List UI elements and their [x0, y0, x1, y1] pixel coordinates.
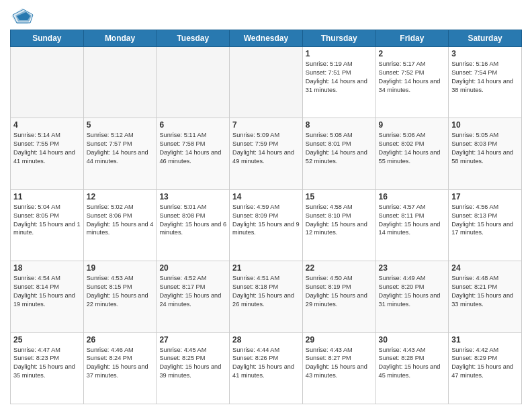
day-info: Sunrise: 4:46 AM Sunset: 8:24 PM Dayligh…	[87, 346, 154, 381]
logo	[10, 7, 37, 26]
calendar-week-1: 1Sunrise: 5:19 AM Sunset: 7:51 PM Daylig…	[11, 47, 522, 118]
day-number: 16	[379, 192, 446, 201]
calendar-cell: 28Sunrise: 4:44 AM Sunset: 8:26 PM Dayli…	[230, 332, 303, 404]
calendar-cell: 9Sunrise: 5:06 AM Sunset: 8:02 PM Daylig…	[375, 118, 449, 189]
day-number: 8	[306, 120, 373, 130]
calendar-cell: 25Sunrise: 4:47 AM Sunset: 8:23 PM Dayli…	[11, 332, 84, 404]
day-number: 25	[13, 335, 81, 345]
day-info: Sunrise: 4:58 AM Sunset: 8:10 PM Dayligh…	[306, 203, 373, 238]
calendar-header-tuesday: Tuesday	[157, 30, 230, 47]
day-number: 27	[159, 335, 226, 345]
calendar-cell: 11Sunrise: 5:04 AM Sunset: 8:05 PM Dayli…	[11, 189, 84, 261]
day-info: Sunrise: 4:47 AM Sunset: 8:23 PM Dayligh…	[13, 346, 81, 381]
calendar-header-monday: Monday	[83, 30, 157, 47]
day-info: Sunrise: 4:59 AM Sunset: 8:09 PM Dayligh…	[232, 203, 300, 238]
day-number: 19	[87, 263, 154, 273]
calendar-cell: 27Sunrise: 4:45 AM Sunset: 8:25 PM Dayli…	[157, 332, 230, 404]
day-info: Sunrise: 5:09 AM Sunset: 7:59 PM Dayligh…	[232, 131, 300, 166]
day-number: 30	[379, 335, 446, 345]
calendar-cell: 21Sunrise: 4:51 AM Sunset: 8:18 PM Dayli…	[230, 261, 303, 332]
day-number: 11	[13, 192, 81, 201]
header	[10, 7, 522, 26]
day-number: 9	[379, 120, 446, 130]
calendar-cell: 19Sunrise: 4:53 AM Sunset: 8:15 PM Dayli…	[83, 261, 157, 332]
day-info: Sunrise: 5:17 AM Sunset: 7:52 PM Dayligh…	[379, 60, 446, 95]
calendar-cell: 17Sunrise: 4:56 AM Sunset: 8:13 PM Dayli…	[449, 189, 522, 261]
calendar-cell: 18Sunrise: 4:54 AM Sunset: 8:14 PM Dayli…	[11, 261, 84, 332]
calendar-cell: 12Sunrise: 5:02 AM Sunset: 8:06 PM Dayli…	[83, 189, 157, 261]
calendar-header-saturday: Saturday	[449, 30, 522, 47]
day-info: Sunrise: 4:49 AM Sunset: 8:20 PM Dayligh…	[379, 274, 446, 309]
day-number: 24	[451, 263, 519, 273]
calendar-header-thursday: Thursday	[302, 30, 375, 47]
day-number: 7	[232, 120, 300, 130]
day-info: Sunrise: 5:16 AM Sunset: 7:54 PM Dayligh…	[451, 60, 519, 95]
day-number: 13	[159, 192, 226, 201]
day-number: 10	[451, 120, 519, 130]
day-number: 12	[87, 192, 154, 201]
calendar-week-2: 4Sunrise: 5:14 AM Sunset: 7:55 PM Daylig…	[11, 118, 522, 189]
day-number: 2	[379, 49, 446, 58]
day-info: Sunrise: 4:48 AM Sunset: 8:21 PM Dayligh…	[451, 274, 519, 309]
calendar-header-friday: Friday	[375, 30, 449, 47]
calendar-cell: 22Sunrise: 4:50 AM Sunset: 8:19 PM Dayli…	[302, 261, 375, 332]
day-info: Sunrise: 4:56 AM Sunset: 8:13 PM Dayligh…	[451, 203, 519, 238]
day-number: 3	[451, 49, 519, 58]
day-info: Sunrise: 5:01 AM Sunset: 8:08 PM Dayligh…	[159, 203, 226, 238]
day-number: 29	[306, 335, 373, 345]
day-info: Sunrise: 5:04 AM Sunset: 8:05 PM Dayligh…	[13, 203, 81, 238]
calendar-cell: 23Sunrise: 4:49 AM Sunset: 8:20 PM Dayli…	[375, 261, 449, 332]
day-info: Sunrise: 5:11 AM Sunset: 7:58 PM Dayligh…	[159, 131, 226, 166]
day-number: 28	[232, 335, 300, 345]
day-number: 15	[306, 192, 373, 201]
day-info: Sunrise: 4:43 AM Sunset: 8:28 PM Dayligh…	[379, 346, 446, 381]
calendar-cell: 2Sunrise: 5:17 AM Sunset: 7:52 PM Daylig…	[375, 47, 449, 118]
day-number: 4	[13, 120, 81, 130]
day-info: Sunrise: 4:54 AM Sunset: 8:14 PM Dayligh…	[13, 274, 81, 309]
calendar-week-5: 25Sunrise: 4:47 AM Sunset: 8:23 PM Dayli…	[11, 332, 522, 404]
day-number: 21	[232, 263, 300, 273]
day-info: Sunrise: 5:19 AM Sunset: 7:51 PM Dayligh…	[306, 60, 373, 95]
day-number: 17	[451, 192, 519, 201]
page: SundayMondayTuesdayWednesdayThursdayFrid…	[0, 0, 532, 411]
calendar-week-4: 18Sunrise: 4:54 AM Sunset: 8:14 PM Dayli…	[11, 261, 522, 332]
calendar-cell: 14Sunrise: 4:59 AM Sunset: 8:09 PM Dayli…	[230, 189, 303, 261]
day-number: 26	[87, 335, 154, 345]
day-info: Sunrise: 4:52 AM Sunset: 8:17 PM Dayligh…	[159, 274, 226, 309]
calendar-cell: 8Sunrise: 5:08 AM Sunset: 8:01 PM Daylig…	[302, 118, 375, 189]
day-number: 5	[87, 120, 154, 130]
calendar-cell	[230, 47, 303, 118]
day-info: Sunrise: 4:42 AM Sunset: 8:29 PM Dayligh…	[451, 346, 519, 381]
day-info: Sunrise: 4:57 AM Sunset: 8:11 PM Dayligh…	[379, 203, 446, 238]
day-info: Sunrise: 4:51 AM Sunset: 8:18 PM Dayligh…	[232, 274, 300, 309]
day-info: Sunrise: 4:50 AM Sunset: 8:19 PM Dayligh…	[306, 274, 373, 309]
calendar-cell: 6Sunrise: 5:11 AM Sunset: 7:58 PM Daylig…	[157, 118, 230, 189]
calendar-cell	[157, 47, 230, 118]
day-number: 22	[306, 263, 373, 273]
day-info: Sunrise: 5:14 AM Sunset: 7:55 PM Dayligh…	[13, 131, 81, 166]
day-info: Sunrise: 4:53 AM Sunset: 8:15 PM Dayligh…	[87, 274, 154, 309]
day-number: 23	[379, 263, 446, 273]
day-info: Sunrise: 4:45 AM Sunset: 8:25 PM Dayligh…	[159, 346, 226, 381]
calendar-cell: 4Sunrise: 5:14 AM Sunset: 7:55 PM Daylig…	[11, 118, 84, 189]
calendar-cell: 3Sunrise: 5:16 AM Sunset: 7:54 PM Daylig…	[449, 47, 522, 118]
day-info: Sunrise: 5:05 AM Sunset: 8:03 PM Dayligh…	[451, 131, 519, 166]
calendar-cell: 16Sunrise: 4:57 AM Sunset: 8:11 PM Dayli…	[375, 189, 449, 261]
day-number: 18	[13, 263, 81, 273]
calendar-cell: 1Sunrise: 5:19 AM Sunset: 7:51 PM Daylig…	[302, 47, 375, 118]
calendar-cell: 20Sunrise: 4:52 AM Sunset: 8:17 PM Dayli…	[157, 261, 230, 332]
day-info: Sunrise: 4:44 AM Sunset: 8:26 PM Dayligh…	[232, 346, 300, 381]
day-number: 20	[159, 263, 226, 273]
calendar-cell: 29Sunrise: 4:43 AM Sunset: 8:27 PM Dayli…	[302, 332, 375, 404]
day-info: Sunrise: 5:08 AM Sunset: 8:01 PM Dayligh…	[306, 131, 373, 166]
calendar-cell: 13Sunrise: 5:01 AM Sunset: 8:08 PM Dayli…	[157, 189, 230, 261]
calendar-cell: 5Sunrise: 5:12 AM Sunset: 7:57 PM Daylig…	[83, 118, 157, 189]
calendar-cell	[83, 47, 157, 118]
day-number: 6	[159, 120, 226, 130]
calendar-cell	[11, 47, 84, 118]
calendar-header-sunday: Sunday	[11, 30, 84, 47]
calendar-cell: 24Sunrise: 4:48 AM Sunset: 8:21 PM Dayli…	[449, 261, 522, 332]
calendar-cell: 15Sunrise: 4:58 AM Sunset: 8:10 PM Dayli…	[302, 189, 375, 261]
calendar-cell: 26Sunrise: 4:46 AM Sunset: 8:24 PM Dayli…	[83, 332, 157, 404]
logo-icon	[10, 7, 34, 26]
